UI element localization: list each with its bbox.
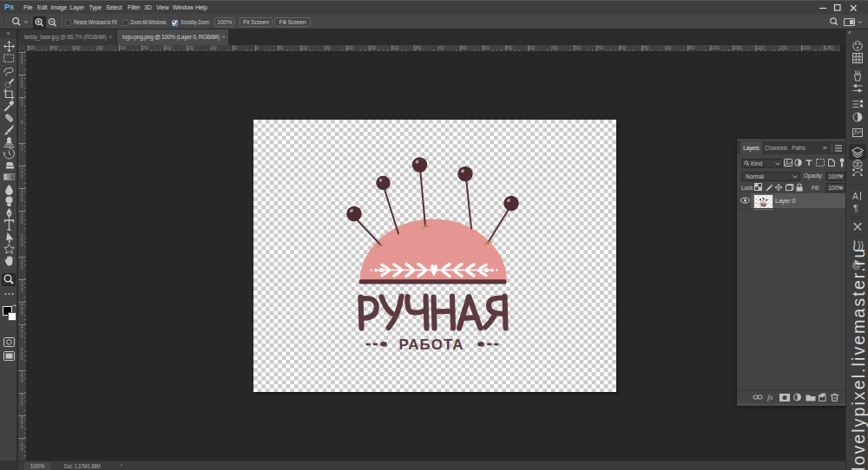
svg-text:¶: ¶ xyxy=(853,203,858,213)
svg-text:fx: fx xyxy=(767,393,773,401)
svg-text:A: A xyxy=(852,192,858,201)
svg-text:РАБОТА: РАБОТА xyxy=(398,336,464,353)
